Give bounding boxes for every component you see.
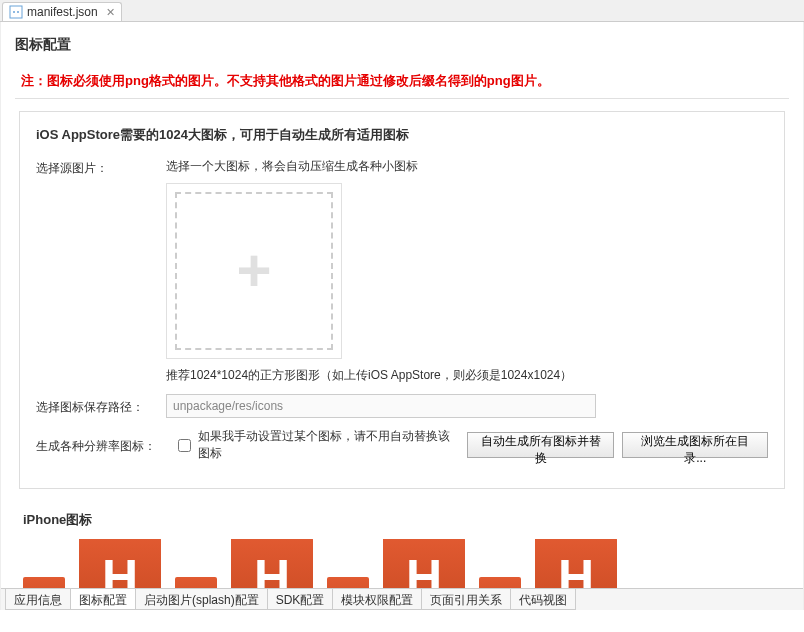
recommend-text: 推荐1024*1024的正方形图形（如上传iOS AppStore，则必须是10…: [166, 367, 768, 384]
generate-label: 生成各种分辨率图标：: [36, 436, 166, 455]
ios-icon-group: iOS AppStore需要的1024大图标，可用于自动生成所有适用图标 选择源…: [19, 111, 785, 489]
file-tab-manifest[interactable]: manifest.json ✕: [2, 2, 122, 21]
iphone-section-title: iPhone图标: [23, 511, 785, 529]
svg-point-2: [17, 11, 19, 13]
source-image-hint: 选择一个大图标，将会自动压缩生成各种小图标: [166, 158, 768, 175]
generate-button[interactable]: 自动生成所有图标并替换: [467, 432, 614, 458]
bottom-tab-5[interactable]: 页面引用关系: [421, 589, 511, 610]
svg-point-1: [13, 11, 15, 13]
svg-rect-0: [10, 6, 22, 18]
no-replace-checkbox[interactable]: [178, 439, 191, 452]
ios-group-title: iOS AppStore需要的1024大图标，可用于自动生成所有适用图标: [36, 126, 768, 144]
bottom-tab-6[interactable]: 代码视图: [510, 589, 576, 610]
file-tab-label: manifest.json: [27, 5, 98, 19]
save-path-input[interactable]: [166, 394, 596, 418]
bottom-tab-0[interactable]: 应用信息: [5, 589, 71, 610]
json-file-icon: [9, 5, 23, 19]
bottom-tab-4[interactable]: 模块权限配置: [332, 589, 422, 610]
bottom-tab-2[interactable]: 启动图片(splash)配置: [135, 589, 268, 610]
page-title: 图标配置: [15, 36, 789, 54]
save-path-label: 选择图标保存路径：: [36, 397, 166, 416]
plus-icon: +: [236, 241, 271, 301]
browse-output-button[interactable]: 浏览生成图标所在目录...: [622, 432, 768, 458]
bottom-tab-3[interactable]: SDK配置: [267, 589, 334, 610]
format-warning: 注：图标必须使用png格式的图片。不支持其他格式的图片通过修改后缀名得到的png…: [15, 64, 789, 99]
editor-page: 图标配置 注：图标必须使用png格式的图片。不支持其他格式的图片通过修改后缀名得…: [0, 22, 804, 610]
no-replace-checkbox-label[interactable]: 如果我手动设置过某个图标，请不用自动替换该图标: [174, 428, 459, 462]
close-icon[interactable]: ✕: [106, 6, 115, 19]
source-image-dropzone[interactable]: +: [166, 183, 342, 359]
bottom-tab-1[interactable]: 图标配置: [70, 589, 136, 610]
bottom-tab-bar: 应用信息图标配置启动图片(splash)配置SDK配置模块权限配置页面引用关系代…: [1, 588, 803, 610]
source-image-label: 选择源图片：: [36, 158, 166, 177]
editor-tab-bar: manifest.json ✕: [0, 0, 804, 22]
no-replace-checkbox-text: 如果我手动设置过某个图标，请不用自动替换该图标: [198, 428, 459, 462]
